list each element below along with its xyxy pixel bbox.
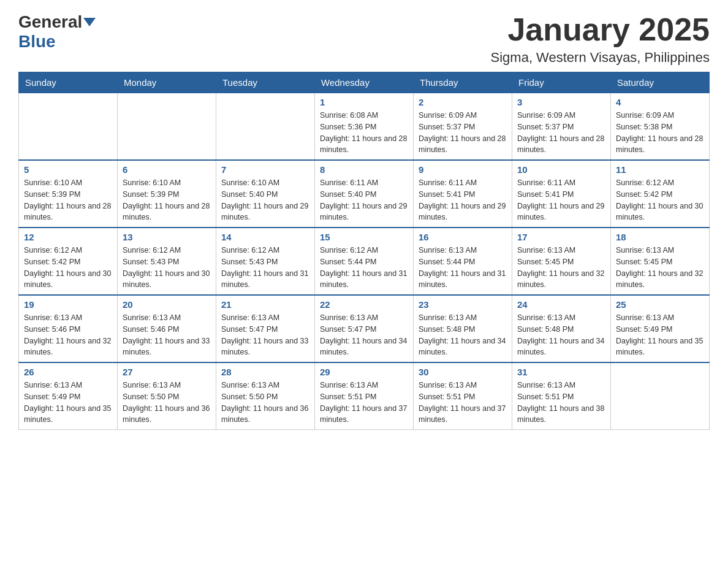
day-header-thursday: Thursday (414, 72, 512, 93)
day-number: 21 (221, 299, 309, 310)
day-number: 4 (616, 97, 704, 107)
day-info: Sunrise: 6:11 AMSunset: 5:41 PMDaylight:… (419, 177, 507, 223)
calendar-cell: 17Sunrise: 6:13 AMSunset: 5:45 PMDayligh… (512, 228, 611, 295)
month-title: January 2025 (491, 12, 710, 47)
calendar-table: SundayMondayTuesdayWednesdayThursdayFrid… (18, 72, 710, 430)
day-info: Sunrise: 6:13 AMSunset: 5:47 PMDaylight:… (221, 312, 309, 358)
calendar-cell: 2Sunrise: 6:09 AMSunset: 5:37 PMDaylight… (414, 93, 512, 161)
day-number: 28 (221, 367, 309, 377)
calendar-cell: 20Sunrise: 6:13 AMSunset: 5:46 PMDayligh… (118, 295, 216, 362)
day-number: 20 (123, 299, 211, 310)
day-info: Sunrise: 6:11 AMSunset: 5:40 PMDaylight:… (320, 177, 408, 223)
day-header-sunday: Sunday (19, 72, 118, 93)
day-header-saturday: Saturday (611, 72, 710, 93)
calendar-cell: 14Sunrise: 6:12 AMSunset: 5:43 PMDayligh… (216, 228, 315, 295)
day-number: 31 (517, 367, 605, 377)
day-info: Sunrise: 6:13 AMSunset: 5:50 PMDaylight:… (221, 380, 309, 426)
day-info: Sunrise: 6:09 AMSunset: 5:37 PMDaylight:… (517, 110, 605, 156)
day-number: 3 (517, 97, 605, 107)
page-header: General Blue January 2025 Sigma, Western… (18, 12, 710, 66)
day-header-monday: Monday (118, 72, 216, 93)
day-number: 24 (517, 299, 605, 310)
calendar-cell: 10Sunrise: 6:11 AMSunset: 5:41 PMDayligh… (512, 160, 611, 228)
logo-arrow-icon (83, 18, 96, 26)
day-info: Sunrise: 6:13 AMSunset: 5:48 PMDaylight:… (419, 312, 507, 358)
day-info: Sunrise: 6:12 AMSunset: 5:44 PMDaylight:… (320, 245, 408, 291)
calendar-cell: 3Sunrise: 6:09 AMSunset: 5:37 PMDaylight… (512, 93, 611, 161)
calendar-cell: 13Sunrise: 6:12 AMSunset: 5:43 PMDayligh… (118, 228, 216, 295)
day-info: Sunrise: 6:10 AMSunset: 5:39 PMDaylight:… (123, 177, 211, 223)
calendar-cell: 16Sunrise: 6:13 AMSunset: 5:44 PMDayligh… (414, 228, 512, 295)
day-info: Sunrise: 6:13 AMSunset: 5:47 PMDaylight:… (320, 312, 408, 358)
logo: General Blue (18, 12, 97, 52)
logo-blue-text: Blue (18, 32, 56, 52)
day-number: 14 (221, 232, 309, 242)
day-info: Sunrise: 6:11 AMSunset: 5:41 PMDaylight:… (517, 177, 605, 223)
calendar-week-row: 1Sunrise: 6:08 AMSunset: 5:36 PMDaylight… (19, 93, 710, 161)
calendar-cell: 6Sunrise: 6:10 AMSunset: 5:39 PMDaylight… (118, 160, 216, 228)
calendar-cell: 5Sunrise: 6:10 AMSunset: 5:39 PMDaylight… (19, 160, 118, 228)
calendar-cell: 22Sunrise: 6:13 AMSunset: 5:47 PMDayligh… (315, 295, 414, 362)
day-info: Sunrise: 6:13 AMSunset: 5:45 PMDaylight:… (616, 245, 704, 291)
day-number: 10 (517, 164, 605, 175)
calendar-cell: 27Sunrise: 6:13 AMSunset: 5:50 PMDayligh… (118, 362, 216, 430)
calendar-cell: 1Sunrise: 6:08 AMSunset: 5:36 PMDaylight… (315, 93, 414, 161)
calendar-cell: 23Sunrise: 6:13 AMSunset: 5:48 PMDayligh… (414, 295, 512, 362)
calendar-header-row: SundayMondayTuesdayWednesdayThursdayFrid… (19, 72, 710, 93)
calendar-week-row: 5Sunrise: 6:10 AMSunset: 5:39 PMDaylight… (19, 160, 710, 228)
day-number: 12 (24, 232, 112, 242)
day-number: 8 (320, 164, 408, 175)
day-info: Sunrise: 6:13 AMSunset: 5:51 PMDaylight:… (517, 380, 605, 426)
calendar-cell: 15Sunrise: 6:12 AMSunset: 5:44 PMDayligh… (315, 228, 414, 295)
location-title: Sigma, Western Visayas, Philippines (491, 50, 710, 66)
day-number: 25 (616, 299, 704, 310)
day-header-tuesday: Tuesday (216, 72, 315, 93)
day-number: 22 (320, 299, 408, 310)
calendar-cell: 18Sunrise: 6:13 AMSunset: 5:45 PMDayligh… (611, 228, 710, 295)
day-info: Sunrise: 6:10 AMSunset: 5:40 PMDaylight:… (221, 177, 309, 223)
calendar-cell: 30Sunrise: 6:13 AMSunset: 5:51 PMDayligh… (414, 362, 512, 430)
calendar-cell: 7Sunrise: 6:10 AMSunset: 5:40 PMDaylight… (216, 160, 315, 228)
day-number: 26 (24, 367, 112, 377)
calendar-cell: 29Sunrise: 6:13 AMSunset: 5:51 PMDayligh… (315, 362, 414, 430)
calendar-cell (216, 93, 315, 161)
title-section: January 2025 Sigma, Western Visayas, Phi… (491, 12, 710, 66)
day-number: 29 (320, 367, 408, 377)
calendar-cell: 4Sunrise: 6:09 AMSunset: 5:38 PMDaylight… (611, 93, 710, 161)
day-number: 19 (24, 299, 112, 310)
day-number: 5 (24, 164, 112, 175)
calendar-cell: 8Sunrise: 6:11 AMSunset: 5:40 PMDaylight… (315, 160, 414, 228)
calendar-cell: 11Sunrise: 6:12 AMSunset: 5:42 PMDayligh… (611, 160, 710, 228)
day-info: Sunrise: 6:13 AMSunset: 5:49 PMDaylight:… (616, 312, 704, 358)
day-number: 2 (419, 97, 507, 107)
day-header-wednesday: Wednesday (315, 72, 414, 93)
day-info: Sunrise: 6:12 AMSunset: 5:42 PMDaylight:… (616, 177, 704, 223)
calendar-cell (19, 93, 118, 161)
calendar-cell: 25Sunrise: 6:13 AMSunset: 5:49 PMDayligh… (611, 295, 710, 362)
day-number: 1 (320, 97, 408, 107)
day-info: Sunrise: 6:13 AMSunset: 5:49 PMDaylight:… (24, 380, 112, 426)
day-info: Sunrise: 6:09 AMSunset: 5:37 PMDaylight:… (419, 110, 507, 156)
calendar-cell (611, 362, 710, 430)
day-number: 9 (419, 164, 507, 175)
day-number: 15 (320, 232, 408, 242)
day-number: 30 (419, 367, 507, 377)
calendar-cell: 9Sunrise: 6:11 AMSunset: 5:41 PMDaylight… (414, 160, 512, 228)
day-info: Sunrise: 6:13 AMSunset: 5:46 PMDaylight:… (123, 312, 211, 358)
day-info: Sunrise: 6:12 AMSunset: 5:43 PMDaylight:… (221, 245, 309, 291)
day-number: 16 (419, 232, 507, 242)
calendar-cell: 24Sunrise: 6:13 AMSunset: 5:48 PMDayligh… (512, 295, 611, 362)
calendar-week-row: 12Sunrise: 6:12 AMSunset: 5:42 PMDayligh… (19, 228, 710, 295)
calendar-cell (118, 93, 216, 161)
day-info: Sunrise: 6:13 AMSunset: 5:51 PMDaylight:… (419, 380, 507, 426)
day-info: Sunrise: 6:12 AMSunset: 5:42 PMDaylight:… (24, 245, 112, 291)
day-info: Sunrise: 6:12 AMSunset: 5:43 PMDaylight:… (123, 245, 211, 291)
day-info: Sunrise: 6:13 AMSunset: 5:48 PMDaylight:… (517, 312, 605, 358)
calendar-week-row: 26Sunrise: 6:13 AMSunset: 5:49 PMDayligh… (19, 362, 710, 430)
day-number: 13 (123, 232, 211, 242)
calendar-cell: 26Sunrise: 6:13 AMSunset: 5:49 PMDayligh… (19, 362, 118, 430)
day-info: Sunrise: 6:10 AMSunset: 5:39 PMDaylight:… (24, 177, 112, 223)
calendar-week-row: 19Sunrise: 6:13 AMSunset: 5:46 PMDayligh… (19, 295, 710, 362)
day-number: 11 (616, 164, 704, 175)
day-number: 23 (419, 299, 507, 310)
